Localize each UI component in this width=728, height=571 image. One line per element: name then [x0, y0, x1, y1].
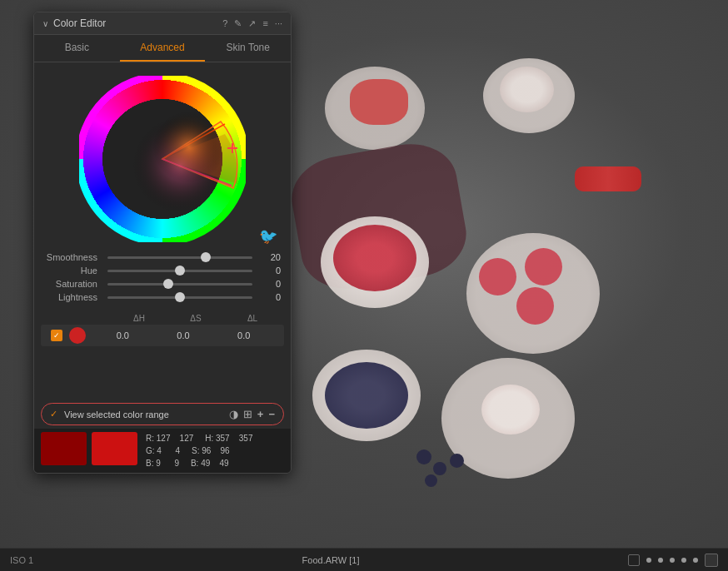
saturation-track[interactable] [107, 283, 252, 286]
s1-value: 96 [202, 446, 211, 455]
status-bar: ISO 1 Food.ARW [1] [0, 548, 728, 571]
r1-value: 127 [157, 434, 171, 443]
help-icon[interactable]: ? [222, 18, 227, 28]
b1-value: 9 [156, 459, 161, 468]
color-editor-panel: ∨ Color Editor ? ✎ ↗ ≡ ··· Basic Advance… [33, 12, 292, 474]
view-range-bar: ✓ View selected color range ◑ ⊞ + − [41, 403, 284, 425]
s2-value: 96 [221, 446, 230, 455]
view-range-check-icon[interactable]: ✓ [50, 409, 57, 420]
menu-icon[interactable]: ≡ [262, 18, 267, 28]
bv2-value: 49 [219, 459, 228, 468]
h2-value: 357 [239, 434, 253, 443]
dl-value: 0.0 [213, 330, 274, 340]
ds-header: ΔS [167, 314, 224, 323]
view-range-icons: ◑ ⊞ + − [229, 408, 275, 420]
collapse-icon[interactable]: ∨ [42, 19, 48, 28]
status-iso: ISO 1 [10, 555, 33, 565]
color-info-bar: R: 127 127 H: 357 357 G: 4 4 S: 96 [34, 429, 291, 473]
saturation-value: 0 [256, 279, 281, 289]
color-wheel-container: 🐦 [34, 62, 291, 249]
status-right [628, 554, 718, 567]
sliders-section: Smoothness 20 Hue 0 Saturation 0 Lightne… [34, 249, 291, 312]
g2-value: 4 [176, 446, 181, 455]
saturation-row: Saturation 0 [44, 279, 281, 289]
r2-value: 127 [180, 434, 194, 443]
color-wheel[interactable] [79, 76, 246, 242]
tab-bar: Basic Advanced Skin Tone [34, 35, 291, 62]
saturation-thumb[interactable] [163, 279, 173, 289]
status-dot-4[interactable] [681, 558, 686, 563]
g-label: G: [146, 446, 155, 455]
lightness-thumb[interactable] [175, 292, 185, 302]
lightness-value: 0 [256, 292, 281, 302]
dl-header: ΔL [224, 314, 281, 323]
bv1-value: 49 [201, 459, 210, 468]
smoothness-thumb[interactable] [201, 252, 211, 262]
s-label: S: [192, 446, 199, 455]
grid-icon[interactable]: ⊞ [243, 408, 252, 420]
empty-area [34, 350, 291, 400]
delta-values: 0.0 0.0 0.0 [92, 330, 274, 340]
g1-value: 4 [157, 446, 162, 455]
arrow-icon[interactable]: ↗ [248, 18, 256, 29]
color-swatch [69, 327, 86, 344]
dh-value: 0.0 [92, 330, 153, 340]
hue-value: 0 [256, 266, 281, 276]
panel-title: Color Editor [53, 17, 106, 29]
color-swatch-bright [92, 432, 137, 465]
hue-label: Hue [44, 266, 104, 276]
h-label: H: [205, 434, 213, 443]
panel-title-area: ∨ Color Editor [42, 17, 106, 29]
saturation-label: Saturation [44, 279, 104, 289]
b-label: B: [146, 459, 153, 468]
add-icon[interactable]: + [257, 408, 264, 420]
tab-advanced[interactable]: Advanced [120, 35, 206, 62]
pencil-icon[interactable]: ✎ [234, 18, 242, 29]
status-filename: Food.ARW [1] [302, 555, 360, 565]
ds-value: 0.0 [153, 330, 214, 340]
tab-basic[interactable]: Basic [34, 35, 120, 62]
panel-header: ∨ Color Editor ? ✎ ↗ ≡ ··· [34, 12, 291, 35]
status-square-icon[interactable] [628, 554, 640, 566]
dh-header: ΔH [111, 314, 167, 323]
color-values: R: 127 127 H: 357 357 G: 4 4 S: 96 [142, 432, 252, 469]
r-label: R: [146, 434, 154, 443]
status-dot-3[interactable] [670, 558, 675, 563]
color-swatch-dark [41, 432, 87, 465]
h1-value: 357 [216, 434, 230, 443]
smoothness-row: Smoothness 20 [44, 252, 281, 262]
smoothness-label: Smoothness [44, 252, 104, 262]
svg-point-8 [102, 99, 222, 219]
status-dot-2[interactable] [658, 558, 663, 563]
remove-icon[interactable]: − [268, 408, 275, 420]
hue-track[interactable] [107, 270, 252, 272]
panel-icons: ? ✎ ↗ ≡ ··· [222, 18, 282, 29]
lightness-row: Lightness 0 [44, 292, 281, 302]
more-icon[interactable]: ··· [275, 18, 282, 28]
filmstrip-icon[interactable] [705, 554, 718, 567]
status-dot-1[interactable] [646, 558, 651, 563]
status-dot-5[interactable] [693, 558, 698, 563]
bv-label: B: [191, 459, 198, 468]
hue-row: Hue 0 [44, 266, 281, 276]
lightness-label: Lightness [44, 292, 104, 302]
tab-skin-tone[interactable]: Skin Tone [205, 35, 291, 62]
circle-half-icon[interactable]: ◑ [229, 408, 238, 420]
color-checkbox[interactable]: ✓ [51, 330, 62, 341]
b2-value: 9 [174, 459, 179, 468]
delta-header: ΔH ΔS ΔL [34, 312, 291, 325]
bird-icon[interactable]: 🐦 [259, 227, 277, 246]
smoothness-track[interactable] [107, 256, 252, 259]
color-entry-row: ✓ 0.0 0.0 0.0 [41, 325, 284, 346]
hue-thumb[interactable] [175, 266, 185, 276]
view-range-label: View selected color range [64, 410, 222, 420]
lightness-track[interactable] [107, 296, 252, 299]
smoothness-value: 20 [256, 252, 281, 262]
